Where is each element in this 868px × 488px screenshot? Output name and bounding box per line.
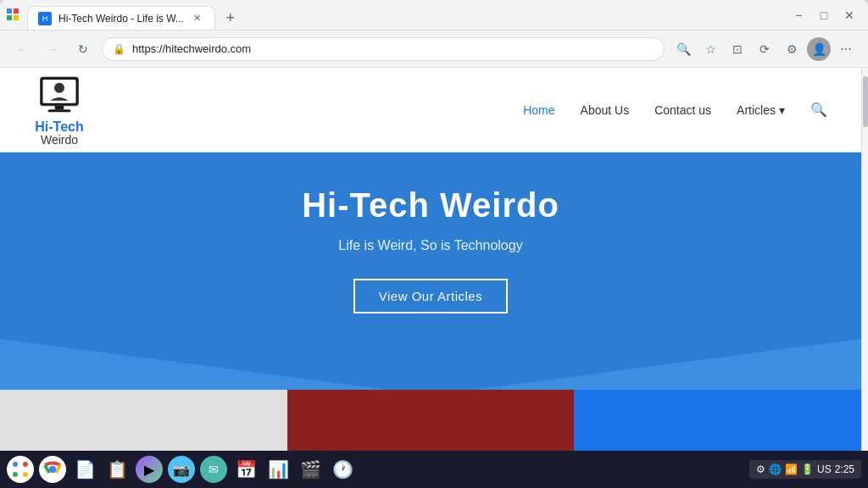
svg-rect-0 — [7, 8, 12, 14]
hero-bg-right — [474, 339, 861, 390]
post-thumb-1 — [0, 390, 287, 451]
svg-rect-2 — [7, 15, 12, 20]
view-articles-button[interactable]: View Our Articles — [353, 279, 508, 313]
mail-taskbar-icon[interactable]: ✉ — [200, 456, 227, 483]
lock-icon: 🔒 — [113, 43, 125, 55]
camera-taskbar-icon[interactable]: 📷 — [168, 456, 195, 483]
window-right-controls: − □ ✕ — [787, 3, 861, 27]
share-icon-btn[interactable]: ⟳ — [753, 37, 776, 61]
clock-display: 2:25 — [835, 463, 854, 475]
chevron-down-icon: ▾ — [779, 103, 785, 117]
svg-point-9 — [13, 462, 18, 467]
settings-icon: ⚙ — [756, 463, 765, 475]
post-thumb-2 — [287, 390, 575, 451]
search-icon-btn[interactable]: 🔍 — [671, 37, 695, 61]
extension-icon-btn[interactable]: ⚙ — [780, 37, 804, 61]
video-taskbar-icon[interactable]: 🎬 — [297, 456, 324, 483]
site-header: Hi-Tech Weirdo Home About Us Contact us … — [0, 68, 861, 152]
tabs-area: H Hi-Tech Weirdo - Life is W... ✕ + — [27, 0, 787, 30]
taskbar-status[interactable]: ⚙ 🌐 📶 🔋 US 2:25 — [749, 460, 861, 479]
window-left-controls — [7, 8, 20, 22]
nav-about[interactable]: About Us — [581, 103, 630, 117]
svg-point-10 — [23, 462, 28, 467]
site-nav: Home About Us Contact us Articles ▾ 🔍 — [523, 102, 827, 118]
svg-point-12 — [23, 472, 28, 477]
svg-point-6 — [54, 82, 64, 92]
web-content: Hi-Tech Weirdo Home About Us Contact us … — [0, 68, 868, 451]
logo-svg — [34, 73, 85, 119]
forward-button[interactable]: → — [41, 37, 64, 61]
address-bar: ← → ↻ 🔒 https://hitechweirdo.com 🔍 ☆ ⊡ ⟳… — [0, 30, 868, 68]
star-icon-btn[interactable]: ☆ — [698, 37, 722, 61]
tab-favicon: H — [38, 12, 52, 25]
svg-point-11 — [13, 472, 18, 477]
address-input[interactable]: 🔒 https://hitechweirdo.com — [102, 37, 665, 61]
search-icon[interactable]: 🔍 — [810, 102, 827, 118]
scrollbar[interactable] — [861, 68, 868, 451]
page-content: Hi-Tech Weirdo Home About Us Contact us … — [0, 68, 861, 451]
logo-weirdo: Weirdo — [35, 134, 83, 147]
bookmark-icon-btn[interactable]: ⊡ — [726, 37, 749, 61]
nav-home[interactable]: Home — [523, 103, 554, 117]
svg-point-15 — [49, 466, 56, 473]
taskbar: 📄 📋 ▶ 📷 ✉ 📅 📊 🎬 🕐 ⚙ 🌐 📶 🔋 US 2:25 — [0, 451, 868, 488]
minimize-button[interactable]: − — [787, 3, 810, 27]
maximize-button[interactable]: □ — [812, 3, 836, 27]
tab-title: Hi-Tech Weirdo - Life is W... — [58, 13, 184, 25]
logo-area[interactable]: Hi-Tech Weirdo — [34, 73, 85, 147]
hero-title: Hi-Tech Weirdo — [17, 186, 844, 225]
battery-icon: 🔋 — [801, 463, 814, 475]
launcher-icon[interactable] — [7, 456, 34, 483]
close-button[interactable]: ✕ — [837, 3, 861, 27]
scrollbar-thumb[interactable] — [863, 76, 868, 127]
wifi-icon: 📶 — [785, 463, 798, 475]
files-taskbar-icon[interactable]: 📄 — [71, 456, 98, 483]
docs-taskbar-icon[interactable]: 📋 — [103, 456, 131, 483]
calendar-taskbar-icon[interactable]: 📅 — [232, 456, 259, 483]
clock-taskbar-icon[interactable]: 🕐 — [329, 456, 356, 483]
logo-text: Hi-Tech Weirdo — [35, 119, 83, 147]
logo-hi-tech: Hi-Tech — [35, 119, 83, 135]
post-thumb-3 — [574, 390, 861, 451]
svg-rect-3 — [14, 15, 19, 20]
nav-contact[interactable]: Contact us — [654, 103, 711, 117]
hero-subtitle: Life is Weird, So is Technology — [17, 238, 844, 253]
network-icon: 🌐 — [769, 463, 782, 475]
profile-button[interactable]: 👤 — [807, 37, 831, 61]
svg-rect-1 — [14, 8, 19, 14]
hero-section: Hi-Tech Weirdo Life is Weird, So is Tech… — [0, 152, 861, 390]
posts-preview — [0, 390, 861, 451]
nav-articles-label: Articles — [737, 103, 776, 117]
refresh-button[interactable]: ↻ — [71, 37, 95, 61]
chrome-taskbar-icon[interactable] — [39, 456, 66, 483]
svg-rect-8 — [48, 109, 71, 112]
title-bar: H Hi-Tech Weirdo - Life is W... ✕ + − □ … — [0, 0, 868, 30]
new-tab-button[interactable]: + — [219, 6, 242, 30]
active-tab[interactable]: H Hi-Tech Weirdo - Life is W... ✕ — [27, 6, 215, 30]
hero-bg-left — [0, 339, 387, 390]
region-label: US — [817, 463, 832, 475]
menu-button[interactable]: ⋯ — [834, 37, 858, 61]
address-actions: 🔍 ☆ ⊡ ⟳ ⚙ 👤 ⋯ — [671, 37, 858, 61]
url-text: https://hitechweirdo.com — [132, 42, 654, 55]
tab-close-button[interactable]: ✕ — [191, 12, 204, 25]
nav-articles[interactable]: Articles ▾ — [737, 103, 785, 117]
play-taskbar-icon[interactable]: ▶ — [136, 456, 163, 483]
browser-window: H Hi-Tech Weirdo - Life is W... ✕ + − □ … — [0, 0, 868, 488]
chrome-app-icon[interactable] — [7, 8, 20, 22]
svg-rect-7 — [55, 105, 64, 109]
sheets-taskbar-icon[interactable]: 📊 — [264, 456, 292, 483]
back-button[interactable]: ← — [10, 37, 34, 61]
taskbar-right: ⚙ 🌐 📶 🔋 US 2:25 — [749, 460, 861, 479]
